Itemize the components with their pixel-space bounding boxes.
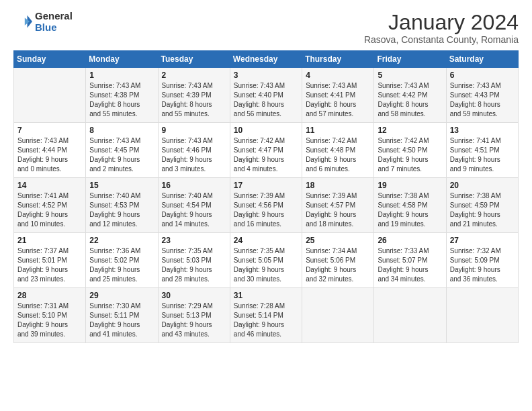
header-friday: Friday [374, 51, 446, 68]
header: General Blue January 2024 Rasova, Consta… [13, 11, 519, 45]
day-info: Sunrise: 7:42 AM Sunset: 4:48 PM Dayligh… [306, 136, 371, 174]
day-cell: 17Sunrise: 7:39 AM Sunset: 4:56 PM Dayli… [230, 178, 302, 233]
location-subtitle: Rasova, Constanta County, Romania [364, 34, 519, 45]
day-cell: 25Sunrise: 7:34 AM Sunset: 5:06 PM Dayli… [302, 233, 374, 288]
day-info: Sunrise: 7:42 AM Sunset: 4:50 PM Dayligh… [378, 136, 443, 174]
day-number: 7 [17, 126, 83, 135]
day-number: 6 [450, 71, 515, 80]
day-info: Sunrise: 7:38 AM Sunset: 4:59 PM Dayligh… [450, 191, 515, 229]
day-info: Sunrise: 7:34 AM Sunset: 5:06 PM Dayligh… [306, 246, 371, 284]
day-cell: 6Sunrise: 7:43 AM Sunset: 4:43 PM Daylig… [446, 68, 518, 123]
day-number: 22 [89, 236, 154, 245]
day-info: Sunrise: 7:33 AM Sunset: 5:07 PM Dayligh… [378, 246, 443, 284]
day-info: Sunrise: 7:43 AM Sunset: 4:41 PM Dayligh… [306, 81, 371, 119]
day-cell: 14Sunrise: 7:41 AM Sunset: 4:52 PM Dayli… [14, 178, 86, 233]
day-info: Sunrise: 7:40 AM Sunset: 4:54 PM Dayligh… [162, 191, 227, 229]
day-number: 26 [378, 236, 443, 245]
week-row-1: 1Sunrise: 7:43 AM Sunset: 4:38 PM Daylig… [14, 68, 519, 123]
day-number: 28 [17, 291, 83, 300]
week-row-2: 7Sunrise: 7:43 AM Sunset: 4:44 PM Daylig… [14, 123, 519, 178]
day-cell: 2Sunrise: 7:43 AM Sunset: 4:39 PM Daylig… [158, 68, 230, 123]
day-info: Sunrise: 7:28 AM Sunset: 5:14 PM Dayligh… [234, 302, 299, 339]
day-number: 11 [306, 126, 371, 135]
calendar-table: Sunday Monday Tuesday Wednesday Thursday… [13, 50, 519, 343]
day-cell: 8Sunrise: 7:43 AM Sunset: 4:45 PM Daylig… [86, 123, 158, 178]
day-cell [446, 288, 518, 343]
header-row: Sunday Monday Tuesday Wednesday Thursday… [14, 51, 519, 68]
day-cell: 27Sunrise: 7:32 AM Sunset: 5:09 PM Dayli… [446, 233, 518, 288]
day-cell: 9Sunrise: 7:43 AM Sunset: 4:46 PM Daylig… [158, 123, 230, 178]
day-info: Sunrise: 7:31 AM Sunset: 5:10 PM Dayligh… [17, 302, 83, 339]
header-wednesday: Wednesday [230, 51, 302, 68]
week-row-3: 14Sunrise: 7:41 AM Sunset: 4:52 PM Dayli… [14, 178, 519, 233]
day-info: Sunrise: 7:43 AM Sunset: 4:40 PM Dayligh… [234, 81, 299, 119]
day-info: Sunrise: 7:35 AM Sunset: 5:03 PM Dayligh… [162, 246, 227, 284]
day-number: 16 [162, 181, 227, 190]
day-info: Sunrise: 7:42 AM Sunset: 4:47 PM Dayligh… [234, 136, 299, 174]
logo: General Blue [13, 11, 73, 33]
day-info: Sunrise: 7:30 AM Sunset: 5:11 PM Dayligh… [89, 302, 154, 339]
day-cell: 30Sunrise: 7:29 AM Sunset: 5:13 PM Dayli… [158, 288, 230, 343]
day-info: Sunrise: 7:32 AM Sunset: 5:09 PM Dayligh… [450, 246, 515, 284]
day-info: Sunrise: 7:35 AM Sunset: 5:05 PM Dayligh… [234, 246, 299, 284]
day-number: 25 [306, 236, 371, 245]
calendar-body: 1Sunrise: 7:43 AM Sunset: 4:38 PM Daylig… [14, 68, 519, 343]
day-cell: 5Sunrise: 7:43 AM Sunset: 4:42 PM Daylig… [374, 68, 446, 123]
day-cell: 23Sunrise: 7:35 AM Sunset: 5:03 PM Dayli… [158, 233, 230, 288]
day-info: Sunrise: 7:37 AM Sunset: 5:01 PM Dayligh… [17, 246, 83, 284]
day-info: Sunrise: 7:43 AM Sunset: 4:44 PM Dayligh… [17, 136, 83, 174]
day-number: 1 [89, 71, 154, 80]
page: General Blue January 2024 Rasova, Consta… [0, 0, 532, 411]
day-info: Sunrise: 7:39 AM Sunset: 4:57 PM Dayligh… [306, 191, 371, 229]
day-cell: 7Sunrise: 7:43 AM Sunset: 4:44 PM Daylig… [14, 123, 86, 178]
day-cell: 20Sunrise: 7:38 AM Sunset: 4:59 PM Dayli… [446, 178, 518, 233]
calendar-header: Sunday Monday Tuesday Wednesday Thursday… [14, 51, 519, 68]
day-info: Sunrise: 7:43 AM Sunset: 4:42 PM Dayligh… [378, 81, 443, 119]
week-row-4: 21Sunrise: 7:37 AM Sunset: 5:01 PM Dayli… [14, 233, 519, 288]
day-number: 3 [234, 71, 299, 80]
day-number: 31 [234, 291, 299, 300]
day-number: 29 [89, 291, 154, 300]
logo-blue: Blue [35, 22, 73, 34]
day-cell: 13Sunrise: 7:41 AM Sunset: 4:51 PM Dayli… [446, 123, 518, 178]
day-info: Sunrise: 7:39 AM Sunset: 4:56 PM Dayligh… [234, 191, 299, 229]
day-cell: 16Sunrise: 7:40 AM Sunset: 4:54 PM Dayli… [158, 178, 230, 233]
day-number: 17 [234, 181, 299, 190]
day-cell: 1Sunrise: 7:43 AM Sunset: 4:38 PM Daylig… [86, 68, 158, 123]
day-number: 19 [378, 181, 443, 190]
day-info: Sunrise: 7:41 AM Sunset: 4:51 PM Dayligh… [450, 136, 515, 174]
logo-text: General Blue [35, 11, 73, 33]
day-cell: 19Sunrise: 7:38 AM Sunset: 4:58 PM Dayli… [374, 178, 446, 233]
day-cell: 29Sunrise: 7:30 AM Sunset: 5:11 PM Dayli… [86, 288, 158, 343]
day-number: 12 [378, 126, 443, 135]
day-cell: 12Sunrise: 7:42 AM Sunset: 4:50 PM Dayli… [374, 123, 446, 178]
day-number: 20 [450, 181, 515, 190]
day-cell: 3Sunrise: 7:43 AM Sunset: 4:40 PM Daylig… [230, 68, 302, 123]
header-sunday: Sunday [14, 51, 86, 68]
day-info: Sunrise: 7:43 AM Sunset: 4:45 PM Dayligh… [89, 136, 154, 174]
day-number: 21 [17, 236, 83, 245]
day-number: 9 [162, 126, 227, 135]
day-cell: 15Sunrise: 7:40 AM Sunset: 4:53 PM Dayli… [86, 178, 158, 233]
day-cell: 21Sunrise: 7:37 AM Sunset: 5:01 PM Dayli… [14, 233, 86, 288]
day-cell: 26Sunrise: 7:33 AM Sunset: 5:07 PM Dayli… [374, 233, 446, 288]
day-info: Sunrise: 7:43 AM Sunset: 4:38 PM Dayligh… [89, 81, 154, 119]
day-number: 10 [234, 126, 299, 135]
day-number: 4 [306, 71, 371, 80]
day-info: Sunrise: 7:36 AM Sunset: 5:02 PM Dayligh… [89, 246, 154, 284]
week-row-5: 28Sunrise: 7:31 AM Sunset: 5:10 PM Dayli… [14, 288, 519, 343]
day-number: 18 [306, 181, 371, 190]
header-tuesday: Tuesday [158, 51, 230, 68]
header-saturday: Saturday [446, 51, 518, 68]
day-info: Sunrise: 7:41 AM Sunset: 4:52 PM Dayligh… [17, 191, 83, 229]
day-cell: 22Sunrise: 7:36 AM Sunset: 5:02 PM Dayli… [86, 233, 158, 288]
day-number: 13 [450, 126, 515, 135]
day-number: 23 [162, 236, 227, 245]
day-cell [374, 288, 446, 343]
month-title: January 2024 [364, 11, 519, 34]
day-info: Sunrise: 7:43 AM Sunset: 4:46 PM Dayligh… [162, 136, 227, 174]
logo-icon [13, 13, 32, 32]
day-number: 30 [162, 291, 227, 300]
day-cell [302, 288, 374, 343]
header-monday: Monday [86, 51, 158, 68]
